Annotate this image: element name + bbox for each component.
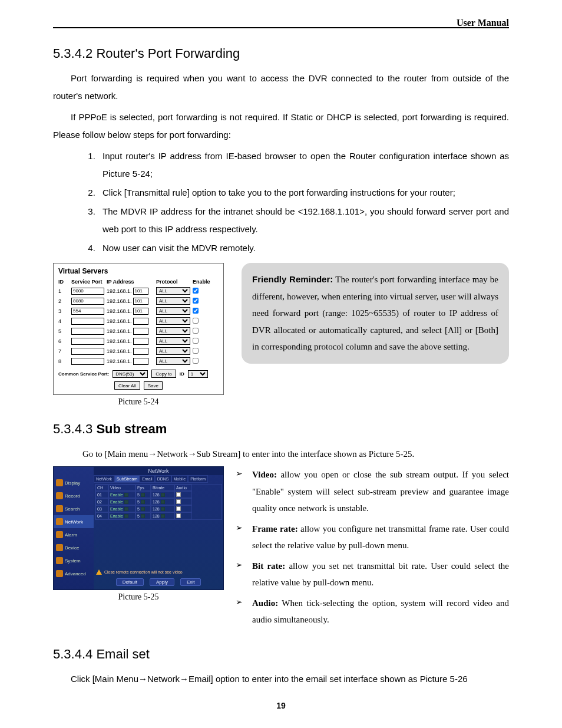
vs-header-row: ID Service Port IP Address Protocol Enab… — [58, 279, 219, 285]
service-port-input[interactable] — [71, 358, 104, 365]
para-5344-1: Click [Main Menu→Network→Email] option t… — [71, 670, 509, 688]
para-5343-goto: Go to [Main menu→Network→Sub Stream] to … — [53, 445, 509, 463]
grid-head-audio: Audio — [174, 485, 192, 491]
dropdown-icon — [124, 514, 128, 518]
cell-video[interactable]: Enable — [108, 505, 135, 512]
ip-last-input[interactable] — [133, 358, 148, 365]
ip-prefix: 192.168.1. — [107, 338, 132, 344]
cell-fps[interactable]: 5 — [135, 491, 151, 498]
protocol-select[interactable]: ALL — [156, 287, 190, 295]
tab-platform[interactable]: Platform — [188, 475, 208, 483]
enable-checkbox[interactable] — [193, 338, 199, 344]
cell-ch: 03 — [95, 505, 108, 512]
tab-network[interactable]: NetWork — [94, 475, 114, 483]
sidebar-item-device[interactable]: Device — [54, 541, 94, 554]
sidebar-icon — [56, 505, 63, 512]
cell-video[interactable]: Enable — [108, 512, 135, 519]
copy-to-button[interactable]: Copy to — [151, 370, 176, 378]
service-port-input[interactable] — [71, 308, 104, 315]
service-port-input[interactable] — [71, 328, 104, 335]
protocol-select[interactable]: ALL — [156, 327, 190, 335]
cell-audio[interactable] — [174, 491, 192, 498]
sidebar-item-alarm[interactable]: Alarm — [54, 528, 94, 541]
ip-last-input[interactable] — [133, 348, 148, 355]
save-button[interactable]: Save — [144, 381, 163, 390]
caption-5-24: Picture 5-24 — [53, 397, 224, 407]
cell-bitrate[interactable]: 128 — [151, 505, 174, 512]
ip-last-input[interactable] — [133, 338, 148, 345]
vs-id: 3 — [58, 308, 69, 314]
sidebar-label: NetWork — [65, 519, 83, 525]
service-port-input[interactable] — [71, 338, 104, 345]
heading-title: Email set — [96, 647, 149, 661]
enable-checkbox[interactable] — [193, 358, 199, 364]
service-port-input[interactable] — [71, 298, 104, 305]
exit-button[interactable]: Exit — [180, 578, 201, 586]
service-port-input[interactable] — [71, 348, 104, 355]
sidebar-item-search[interactable]: Search — [54, 502, 94, 515]
sidebar-item-record[interactable]: Record — [54, 489, 94, 502]
protocol-select[interactable]: ALL — [156, 317, 190, 325]
protocol-select[interactable]: ALL — [156, 347, 190, 355]
service-port-input[interactable] — [71, 288, 104, 295]
enable-checkbox[interactable] — [193, 288, 199, 294]
tab-ddns[interactable]: DDNS — [155, 475, 171, 483]
cell-audio[interactable] — [174, 498, 192, 505]
default-button[interactable]: Default — [116, 578, 144, 586]
protocol-select[interactable]: ALL — [156, 307, 190, 315]
warning-text: Close remote connection will not see vid… — [104, 570, 183, 574]
cell-fps[interactable]: 5 — [135, 512, 151, 519]
sidebar-label: Device — [65, 545, 79, 551]
sidebar-item-network[interactable]: NetWork — [54, 515, 94, 528]
cell-bitrate[interactable]: 128 — [151, 498, 174, 505]
cell-bitrate[interactable]: 128 — [151, 512, 174, 519]
cell-ch: 01 — [95, 491, 108, 498]
cell-audio[interactable] — [174, 505, 192, 512]
cell-audio[interactable] — [174, 512, 192, 519]
cell-fps[interactable]: 5 — [135, 505, 151, 512]
cell-fps[interactable]: 5 — [135, 498, 151, 505]
sidebar-item-advanced[interactable]: Advanced — [54, 567, 94, 580]
copyto-id-select[interactable]: 1 — [188, 370, 208, 378]
apply-button[interactable]: Apply — [150, 578, 174, 586]
sidebar-label: System — [65, 558, 81, 564]
cell-video[interactable]: Enable — [108, 498, 135, 505]
ip-last-input[interactable] — [133, 288, 148, 295]
cell-ch: 04 — [95, 512, 108, 519]
protocol-select[interactable]: ALL — [156, 337, 190, 345]
vs-id: 6 — [58, 338, 69, 344]
ip-last-input[interactable] — [133, 328, 148, 335]
grid-head-fps: Fps — [135, 485, 151, 491]
reminder-title: Friendly Reminder: — [252, 274, 333, 284]
enable-checkbox[interactable] — [193, 298, 199, 304]
ip-prefix: 192.168.1. — [107, 348, 132, 354]
cell-video[interactable]: Enable — [108, 491, 135, 498]
ip-last-input[interactable] — [133, 318, 148, 325]
clear-all-button[interactable]: Clear All — [114, 381, 140, 390]
sidebar-item-system[interactable]: System — [54, 554, 94, 567]
ip-last-input[interactable] — [133, 308, 148, 315]
vs-id: 4 — [58, 318, 69, 324]
cell-bitrate[interactable]: 128 — [151, 491, 174, 498]
service-port-input[interactable] — [71, 318, 104, 325]
protocol-select[interactable]: ALL — [156, 297, 190, 305]
substream-sidebar: DisplayRecordSearchNetWorkAlarmDeviceSys… — [54, 467, 94, 589]
csp-select[interactable]: DNS(53) — [113, 370, 148, 378]
enable-checkbox[interactable] — [193, 308, 199, 314]
sidebar-item-display[interactable]: Display — [54, 476, 94, 489]
tab-substream[interactable]: SubStream — [114, 475, 140, 483]
enable-checkbox[interactable] — [193, 328, 199, 334]
reminder-body: The router's port forwarding interface m… — [252, 275, 498, 351]
ip-last-input[interactable] — [133, 298, 148, 305]
sidebar-icon — [56, 518, 63, 525]
enable-checkbox[interactable] — [193, 318, 199, 324]
tab-mobile[interactable]: Mobile — [171, 475, 189, 483]
dropdown-icon — [141, 507, 145, 511]
grid-head-bitrate: Bitrate — [151, 485, 174, 491]
heading-title: Router's Port Forwarding — [96, 46, 240, 61]
enable-checkbox[interactable] — [193, 348, 199, 354]
protocol-select[interactable]: ALL — [156, 357, 190, 365]
step-2: Click [Transmittal rule] option to take … — [98, 184, 509, 202]
tab-email[interactable]: Email — [140, 475, 155, 483]
warning-icon — [96, 569, 102, 575]
